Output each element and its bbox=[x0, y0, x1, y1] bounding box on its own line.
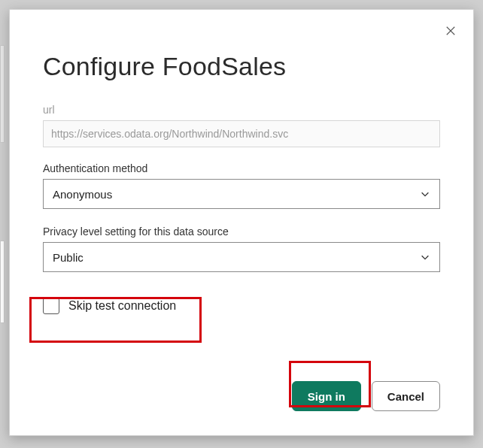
chevron-down-icon bbox=[420, 252, 430, 262]
privacy-select[interactable]: Public bbox=[43, 242, 440, 272]
privacy-value: Public bbox=[53, 251, 420, 264]
sign-in-button[interactable]: Sign in bbox=[292, 381, 361, 411]
close-icon bbox=[445, 26, 456, 36]
cancel-button[interactable]: Cancel bbox=[372, 381, 440, 411]
configure-dialog: Configure FoodSales url Authentication m… bbox=[9, 9, 474, 436]
auth-label: Authentication method bbox=[43, 162, 440, 174]
auth-value: Anonymous bbox=[53, 188, 420, 201]
checkbox-box bbox=[43, 298, 59, 314]
close-button[interactable] bbox=[440, 20, 461, 41]
dialog-title: Configure FoodSales bbox=[43, 52, 440, 81]
background-sliver-2 bbox=[0, 241, 5, 323]
skip-test-checkbox[interactable]: Skip test connection bbox=[43, 295, 181, 317]
checkbox-label: Skip test connection bbox=[68, 299, 176, 313]
url-label: url bbox=[43, 104, 440, 116]
url-input[interactable] bbox=[43, 120, 440, 147]
chevron-down-icon bbox=[420, 189, 430, 199]
auth-select[interactable]: Anonymous bbox=[43, 179, 440, 209]
background-sliver-1 bbox=[0, 45, 5, 143]
privacy-label: Privacy level setting for this data sour… bbox=[43, 226, 440, 238]
dialog-buttons: Sign in Cancel bbox=[292, 381, 440, 411]
